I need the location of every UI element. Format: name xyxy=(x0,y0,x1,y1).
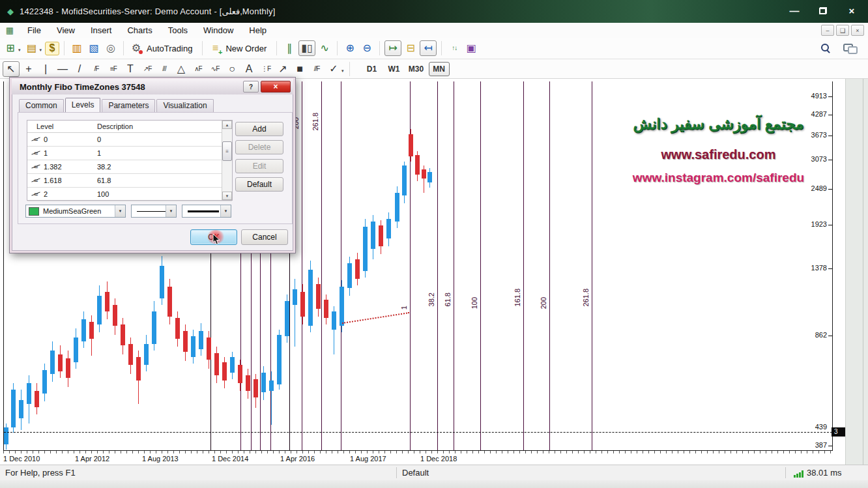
scroll-up-button[interactable]: ▲ xyxy=(222,121,232,129)
delete-button[interactable]: Delete xyxy=(235,140,283,154)
arrow-line-icon[interactable]: ↗F xyxy=(139,62,155,76)
candle[interactable] xyxy=(355,259,360,279)
candle[interactable] xyxy=(167,287,172,317)
fibo-timezone-line[interactable] xyxy=(592,81,592,450)
zoom-in-icon[interactable]: ⊕ xyxy=(342,41,358,55)
candle[interactable] xyxy=(19,400,23,418)
shapes-icon[interactable]: ✓ xyxy=(326,62,341,76)
time-axis[interactable]: 1 Dec 20101 Apr 20121 Aug 20131 Dec 2014… xyxy=(3,451,832,465)
candle[interactable] xyxy=(340,287,344,326)
fibo-timezone-line[interactable] xyxy=(523,81,524,450)
candle[interactable] xyxy=(379,225,383,246)
candle[interactable] xyxy=(269,380,274,391)
profiles-icon[interactable]: ▤ xyxy=(24,41,40,55)
parallel-lines-icon[interactable]: /// xyxy=(156,62,172,76)
dialog-close-button[interactable]: × xyxy=(261,81,291,93)
candlestick-chart-icon[interactable]: ▮▯ xyxy=(298,40,315,56)
date-axis-label[interactable]: 1 Dec 2018 xyxy=(420,455,457,463)
candle[interactable] xyxy=(191,336,195,357)
candle[interactable] xyxy=(300,292,305,317)
menu-tools[interactable]: Tools xyxy=(160,24,195,36)
color-select[interactable]: MediumSeaGreen ▼ xyxy=(25,205,126,218)
text-label-icon[interactable]: T xyxy=(123,62,138,76)
tab-common[interactable]: Common xyxy=(19,99,64,112)
candle[interactable] xyxy=(42,370,47,394)
new-chart-icon[interactable]: ⊞ xyxy=(3,41,18,55)
autotrading-button[interactable]: AutoTrading xyxy=(147,44,192,53)
autotrading-icon[interactable]: ⚙ xyxy=(128,41,144,55)
timeframe-w1[interactable]: W1 xyxy=(384,63,404,76)
indicators-icon[interactable]: ↑↓ xyxy=(446,41,462,55)
candle[interactable] xyxy=(152,311,156,344)
candle[interactable] xyxy=(50,351,55,374)
candle[interactable] xyxy=(402,165,407,195)
candle[interactable] xyxy=(363,227,368,271)
candle[interactable] xyxy=(230,357,235,373)
timeframe-m30[interactable]: M30 xyxy=(407,63,426,76)
new-chart-icon-caret[interactable]: ▾ xyxy=(18,48,21,53)
menu-charts[interactable]: Charts xyxy=(119,24,160,36)
candle[interactable] xyxy=(105,292,109,311)
default-button[interactable]: Default xyxy=(235,177,283,192)
candle[interactable] xyxy=(422,169,426,179)
candle[interactable] xyxy=(113,305,117,326)
auto-scroll-icon[interactable]: ↦ xyxy=(384,40,401,56)
zoom-out-icon[interactable]: ⊖ xyxy=(359,41,375,55)
search-icon[interactable] xyxy=(821,44,830,53)
candle[interactable] xyxy=(207,337,211,360)
fibo-timezone-line[interactable] xyxy=(480,81,481,450)
shapes-icon-caret[interactable]: ▾ xyxy=(341,68,344,74)
ellipse-icon[interactable]: ○ xyxy=(224,62,240,76)
timeframe-mn[interactable]: MN xyxy=(429,62,450,76)
new-order-icon[interactable]: ≡ xyxy=(207,41,223,55)
candle[interactable] xyxy=(214,353,219,375)
horizontal-line-icon[interactable]: — xyxy=(55,62,70,76)
crosshair-icon[interactable]: + xyxy=(21,62,36,76)
candle[interactable] xyxy=(4,427,8,444)
chevron-down-icon[interactable]: ▼ xyxy=(115,205,125,217)
line-style-select[interactable]: ▼ xyxy=(131,205,177,218)
candle[interactable] xyxy=(324,300,328,318)
fibo-timezone-line[interactable] xyxy=(549,81,550,450)
bar-chart-icon[interactable]: ∥ xyxy=(282,41,297,55)
date-axis-label[interactable]: 1 Dec 2010 xyxy=(3,455,40,463)
date-axis-label[interactable]: 1 Apr 2012 xyxy=(75,455,109,463)
candle[interactable] xyxy=(222,362,227,380)
candle[interactable] xyxy=(409,134,413,156)
candle[interactable] xyxy=(427,172,432,182)
candle[interactable] xyxy=(347,263,352,288)
tab-parameters[interactable]: Parameters xyxy=(102,99,155,112)
text-icon[interactable]: A xyxy=(241,62,257,76)
chart-minimize-button[interactable]: – xyxy=(821,25,834,36)
new-order-button[interactable]: New Order xyxy=(225,44,267,53)
connection-signal-icon[interactable] xyxy=(794,470,803,478)
add-button[interactable]: Add xyxy=(235,122,283,136)
chat-icon[interactable] xyxy=(843,44,856,53)
level-row[interactable]: ≈11 xyxy=(27,147,232,160)
candle[interactable] xyxy=(277,335,282,384)
timeframe-d1[interactable]: D1 xyxy=(362,63,382,76)
candle[interactable] xyxy=(27,383,31,404)
level-row[interactable]: ≈00 xyxy=(27,133,232,147)
scroll-down-button[interactable]: ▼ xyxy=(222,192,232,200)
candle[interactable] xyxy=(293,289,297,305)
candle[interactable] xyxy=(144,344,149,365)
level-row[interactable]: ≈1.38238.2 xyxy=(27,160,232,174)
candle[interactable] xyxy=(316,284,321,309)
ok-button[interactable]: OK xyxy=(190,229,237,245)
elliott-wave-icon[interactable]: ∿F xyxy=(207,62,223,76)
date-axis-label[interactable]: 1 Apr 2016 xyxy=(280,455,315,463)
menu-file[interactable]: File xyxy=(20,24,49,36)
candle[interactable] xyxy=(371,222,375,249)
fibo-expansion-icon[interactable]: ∧F xyxy=(190,62,206,76)
menu-insert[interactable]: Insert xyxy=(83,24,120,36)
candle[interactable] xyxy=(175,318,180,339)
candle[interactable] xyxy=(89,322,94,339)
trendline[interactable] xyxy=(342,312,409,324)
candle[interactable] xyxy=(58,354,63,371)
dialog-title-bar[interactable]: Monthly Fibo TimeZones 37548 ? × xyxy=(12,79,293,94)
candle[interactable] xyxy=(246,375,250,391)
trendline-icon[interactable]: / xyxy=(72,62,87,76)
candle[interactable] xyxy=(386,219,391,238)
line-width-select[interactable]: ▼ xyxy=(182,205,231,218)
